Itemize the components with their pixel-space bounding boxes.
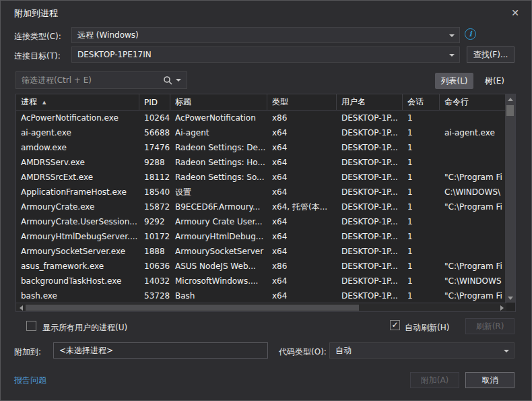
column-header-process[interactable]: 进程▲ <box>16 94 139 110</box>
connection-target-select[interactable]: DESKTOP-1PE17IN <box>71 47 460 63</box>
cell-cmdline: "C:\Program Fi <box>440 173 506 182</box>
process-row[interactable]: ArmouryHtmlDebugServer....10172ArmouryHt… <box>16 229 506 244</box>
cell-title: ArmourySocketServer <box>170 247 267 256</box>
process-row[interactable]: AMDRSServ.exe9288Radeon Settings: Ho...x… <box>16 155 506 170</box>
attach-button[interactable]: 附加(A) <box>410 372 459 388</box>
show-all-users-checkbox[interactable] <box>26 321 36 331</box>
cell-title: Armoury Crate User... <box>170 217 267 226</box>
process-row[interactable]: backgroundTaskHost.exe14032MicrosoftWind… <box>16 274 506 288</box>
cell-user: DESKTOP-1P... <box>337 202 403 212</box>
cell-title: Radeon Settings: Ho... <box>170 158 267 167</box>
column-header-title[interactable]: 标题 <box>170 94 267 110</box>
cell-pid: 15872 <box>139 202 170 212</box>
refresh-button[interactable]: 刷新(R) <box>465 318 514 334</box>
process-row[interactable]: ApplicationFrameHost.exe18540设置x64DESKTO… <box>16 185 506 199</box>
auto-refresh-checkbox[interactable]: ✓ <box>390 320 400 330</box>
process-row[interactable]: AMDRSSrcExt.exe18112Radeon Settings: So.… <box>16 170 506 185</box>
show-all-users-label: 显示所有用户的进程(U) <box>42 322 127 334</box>
view-toggle-tree[interactable]: 树(E) <box>477 73 512 89</box>
cell-user: DESKTOP-1P... <box>337 143 403 152</box>
cell-type: x64 <box>267 247 337 256</box>
cell-pid: 9288 <box>139 158 170 167</box>
sort-ascending-icon: ▲ <box>42 100 46 105</box>
code-type-value: 自动 <box>335 345 352 357</box>
cell-user: DESKTOP-1P... <box>337 187 403 197</box>
process-row[interactable]: ArmouryCrate.UserSession...9292Armoury C… <box>16 214 506 229</box>
cell-cmdline: C:\WINDOWS\ <box>440 187 506 197</box>
column-header-pid[interactable]: PID <box>139 94 170 110</box>
cell-process: AMDRSServ.exe <box>16 158 139 167</box>
process-row[interactable]: ArmourySocketServer.exe1888ArmourySocket… <box>16 244 506 259</box>
attach-to-process-dialog: 附加到进程 ✕ 连接类型(C): 远程 (Windows) i 连接目标(T):… <box>0 0 532 401</box>
cell-session: 1 <box>403 202 440 212</box>
find-button[interactable]: 查找(F)... <box>467 47 514 63</box>
cell-pid: 17476 <box>139 143 170 152</box>
cell-process: ArmourySocketServer.exe <box>16 247 139 256</box>
cell-process: ArmouryHtmlDebugServer.... <box>16 232 139 241</box>
connection-target-value: DESKTOP-1PE17IN <box>77 50 152 59</box>
cell-session: 1 <box>403 232 440 241</box>
cell-pid: 18540 <box>139 187 170 197</box>
scroll-left-icon[interactable] <box>16 303 26 312</box>
cell-type: x64 <box>267 158 337 167</box>
info-icon[interactable]: i <box>465 28 476 40</box>
column-header-type[interactable]: 类型 <box>267 94 337 110</box>
filter-process-input[interactable]: 筛选进程(Ctrl + E) <box>15 71 187 89</box>
attach-to-field[interactable]: <未选择进程> <box>53 342 268 359</box>
cell-cmdline: "C:\Program Fi <box>440 291 506 301</box>
column-header-cmdline[interactable]: 命令行 <box>440 94 506 110</box>
cell-type: x86 <box>267 261 337 271</box>
scroll-up-icon[interactable] <box>505 94 515 104</box>
cell-process: bash.exe <box>16 291 139 301</box>
scroll-right-icon[interactable] <box>497 303 506 312</box>
cell-user: DESKTOP-1P... <box>337 113 403 123</box>
cell-title: AcPowerNotification <box>170 113 267 123</box>
cell-type: x64 <box>267 232 337 241</box>
cancel-button[interactable]: 取消 <box>465 372 514 388</box>
view-toggle-list[interactable]: 列表(L) <box>435 73 473 89</box>
cell-process: ApplicationFrameHost.exe <box>16 187 139 197</box>
cell-pid: 10264 <box>139 113 170 123</box>
report-problem-link[interactable]: 报告问题 <box>14 375 46 386</box>
horizontal-scrollbar-thumb[interactable] <box>26 305 359 311</box>
connection-type-select[interactable]: 远程 (Windows) <box>71 27 460 43</box>
process-row[interactable]: bash.exe53728Bashx64DESKTOP-1P...1"C:\Pr… <box>16 288 506 303</box>
column-header-session[interactable]: 会话 <box>403 94 440 110</box>
code-type-select[interactable]: 自动 <box>329 342 514 359</box>
cell-user: DESKTOP-1P... <box>337 261 403 271</box>
process-row[interactable]: asus_framework.exe10636ASUS NodeJS Web..… <box>16 259 506 274</box>
vertical-scrollbar-thumb[interactable] <box>506 105 514 116</box>
process-row[interactable]: amdow.exe17476Radeon Settings: De...x64D… <box>16 140 506 155</box>
cell-type: x64 <box>267 276 337 286</box>
chevron-down-icon <box>504 350 509 352</box>
connection-type-value: 远程 (Windows) <box>77 30 139 41</box>
titlebar: 附加到进程 ✕ <box>1 1 531 24</box>
auto-refresh-label: 自动刷新(H) <box>405 322 449 334</box>
cell-process: AcPowerNotification.exe <box>16 113 139 123</box>
cell-process: AMDRSSrcExt.exe <box>16 173 139 182</box>
cell-cmdline: "C:\Program Fi <box>440 261 506 271</box>
cell-process: backgroundTaskHost.exe <box>16 276 139 286</box>
cell-user: DESKTOP-1P... <box>337 217 403 226</box>
cell-session: 1 <box>403 128 440 137</box>
cell-title: Radeon Settings: De... <box>170 143 267 152</box>
cell-pid: 9292 <box>139 217 170 226</box>
cell-type: x86 <box>267 113 337 123</box>
table-body: AcPowerNotification.exe10264AcPowerNotif… <box>16 111 506 303</box>
cell-session: 1 <box>403 261 440 271</box>
cell-pid: 10636 <box>139 261 170 271</box>
process-row[interactable]: ArmouryCrate.exe15872B9ECED6F.Armoury...… <box>16 199 506 214</box>
horizontal-scrollbar[interactable] <box>16 303 506 311</box>
column-header-user[interactable]: 用户名 <box>337 94 403 110</box>
vertical-scrollbar[interactable] <box>505 94 515 303</box>
cell-pid: 14032 <box>139 276 170 286</box>
process-row[interactable]: ai-agent.exe56688Ai-agentx64DESKTOP-1P..… <box>16 125 506 140</box>
cell-process: ArmouryCrate.UserSession... <box>16 217 139 226</box>
cell-session: 1 <box>403 291 440 301</box>
search-icon[interactable] <box>163 75 172 85</box>
close-icon[interactable]: ✕ <box>508 6 522 20</box>
cell-session: 1 <box>403 276 440 286</box>
chevron-down-icon[interactable] <box>176 79 181 82</box>
process-row[interactable]: AcPowerNotification.exe10264AcPowerNotif… <box>16 111 506 125</box>
scroll-down-icon[interactable] <box>505 293 515 303</box>
